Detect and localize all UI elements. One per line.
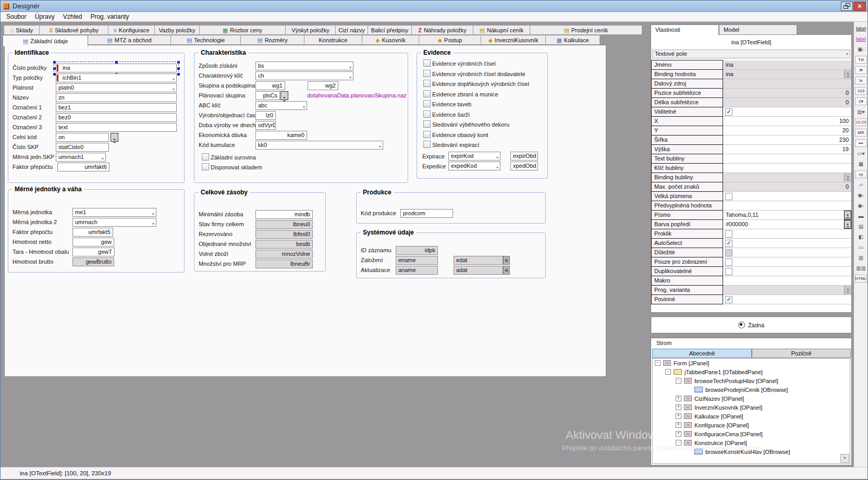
tab-kusovnik[interactable]: Kusovník: [362, 35, 419, 45]
evidence-checkbox[interactable]: [423, 131, 431, 138]
checkbox[interactable]: [725, 230, 732, 238]
expander-icon[interactable]: +: [676, 422, 681, 428]
kod-produkce-field[interactable]: prodcom: [400, 209, 453, 218]
numberfield-icon[interactable]: 123: [855, 87, 867, 95]
prop-value[interactable]: [723, 248, 851, 257]
evidence-checkbox[interactable]: [423, 120, 431, 128]
prop-value[interactable]: [723, 267, 851, 276]
checkbox[interactable]: [725, 240, 732, 247]
prop-value[interactable]: 0: [723, 89, 851, 98]
folder-tool-icon[interactable]: ▱: [855, 181, 867, 189]
tree-node[interactable]: -jTabbedPane1 [OTabbedPane]: [653, 367, 850, 376]
prop-value[interactable]: [723, 229, 851, 239]
merna-jedn-skp-combo[interactable]: umrnach1: [56, 153, 106, 162]
tab-inverzni-kusovnik[interactable]: InverzniKusovník: [481, 35, 546, 45]
combobox-icon[interactable]: ▭▾: [855, 150, 867, 157]
evidence-checkbox[interactable]: [423, 90, 431, 97]
component-type-dropdown[interactable]: Textové pole: [652, 50, 850, 58]
evidence-checkbox[interactable]: [423, 141, 431, 148]
radiobutton-icon[interactable]: ◉-: [855, 202, 867, 210]
restore-button[interactable]: [841, 2, 853, 11]
tree-node[interactable]: browseKonstrKusHlav [OBrowse]: [653, 447, 850, 456]
podskupina-field[interactable]: wg2: [308, 81, 338, 90]
cislo-skp-field[interactable]: statCislo0: [56, 143, 109, 152]
evidence-checkbox[interactable]: [423, 80, 431, 87]
prop-value[interactable]: [723, 257, 851, 267]
celni-kod-field[interactable]: on: [56, 133, 109, 142]
tab-rozmery[interactable]: Rozměry: [240, 35, 304, 45]
disponovat-skladem-checkbox[interactable]: [202, 163, 209, 170]
checkbox[interactable]: [725, 296, 732, 303]
textarea-icon[interactable]: tx: [855, 77, 867, 84]
checkbox[interactable]: [725, 259, 732, 266]
tree-node[interactable]: +xyKonfiguraceCena [OPanel]: [653, 429, 850, 438]
expander-icon[interactable]: -: [676, 440, 681, 446]
prop-value[interactable]: [723, 107, 851, 117]
expander-icon[interactable]: +: [676, 396, 681, 401]
table-combo-icon[interactable]: ▤▾: [855, 108, 867, 116]
zakladni-surovina-checkbox[interactable]: [202, 153, 209, 161]
prop-value[interactable]: ina: [723, 60, 851, 70]
prop-value[interactable]: [723, 173, 851, 182]
tree-node[interactable]: +xyInverzníKusovník [OPanel]: [653, 403, 850, 412]
zpusob-ziskani-combo[interactable]: bs: [255, 61, 353, 70]
list-tool-icon[interactable]: ▤: [855, 223, 867, 230]
faktor-prepoctu-field[interactable]: umrfakt6: [57, 163, 109, 171]
tree-node[interactable]: browseProdejniCenik [OBrowse]: [653, 385, 850, 394]
xy-panel-icon[interactable]: xy: [855, 170, 867, 178]
skupina-field[interactable]: wg1: [255, 81, 285, 90]
expander-icon[interactable]: +: [676, 413, 681, 419]
platnost-combo[interactable]: platn0: [56, 83, 177, 92]
tree-node[interactable]: +xyCiziNazev [OPanel]: [653, 394, 850, 403]
charakterovy-klic-combo[interactable]: ch: [255, 71, 353, 80]
prop-value[interactable]: [723, 154, 851, 164]
prop-value[interactable]: [723, 164, 851, 173]
prop-value[interactable]: 0: [723, 98, 851, 107]
tab-konstrukce[interactable]: Konstrukce: [304, 35, 362, 45]
oznaceni3-field[interactable]: text: [56, 123, 177, 132]
tab-balici-predpisy[interactable]: Balicí předpisy: [368, 25, 412, 35]
expedice-combo[interactable]: expedKod: [448, 162, 500, 170]
expedice-obdobi-field[interactable]: xpedObd: [510, 162, 538, 170]
prop-value[interactable]: [723, 201, 851, 211]
radiogroup-icon[interactable]: ◉-: [855, 191, 867, 199]
prop-value[interactable]: [723, 295, 851, 304]
ekonomicka-davka-field[interactable]: kame0: [255, 131, 307, 140]
expirace-obdobi-field[interactable]: expirObd: [510, 152, 538, 161]
tree-node[interactable]: +xyKalkulace [OPanel]: [653, 412, 850, 421]
tab-technologie[interactable]: Technologie: [170, 35, 241, 45]
split-table-icon[interactable]: ▥▥: [855, 264, 867, 272]
tab-prodejni-cenik[interactable]: Prodejní ceník: [530, 25, 642, 35]
tab-mtz-a-obchod[interactable]: MTZ a obchod: [88, 35, 171, 45]
cislo-polozky-field[interactable]: ina: [56, 64, 177, 72]
tree-node[interactable]: -xybrowseTechPostupHlav [OPanel]: [653, 376, 850, 385]
typ-polozky-combo[interactable]: ichBin1: [56, 73, 177, 82]
tara-field[interactable]: gewT: [72, 248, 115, 256]
tab-pozicne[interactable]: Pozičně: [752, 349, 851, 358]
html-tool-icon[interactable]: HTML: [855, 275, 867, 282]
tab-sklady[interactable]: Sklady: [4, 25, 40, 35]
tree-node[interactable]: -xyForm [JPanel]: [653, 359, 850, 367]
tab-vlastnosti[interactable]: Vlastnosti: [651, 24, 719, 35]
memory-field-icon[interactable]: MR: [855, 129, 867, 137]
merna-jednotka-combo[interactable]: me1: [72, 208, 156, 217]
lookup-button[interactable]: [111, 133, 118, 142]
minimalni-zasoba-field[interactable]: mindb: [255, 210, 313, 219]
prop-value[interactable]: [723, 79, 851, 89]
checkbox[interactable]: [725, 249, 732, 256]
tab-vazby-polozky[interactable]: Vazby položky: [154, 25, 200, 35]
prop-value[interactable]: [723, 286, 851, 295]
label-icon[interactable]: label: [855, 24, 867, 32]
prop-value[interactable]: Tahoma,0,11: [723, 211, 851, 220]
hmotnost-netto-field[interactable]: gew: [72, 238, 114, 247]
prop-value[interactable]: 20: [723, 126, 851, 136]
text-combo-icon[interactable]: t▾: [855, 66, 867, 74]
label-magenta-icon[interactable]: label: [855, 35, 867, 43]
evidence-checkbox[interactable]: [423, 110, 431, 118]
doba-vyroby-field[interactable]: odVyrD: [255, 121, 276, 130]
faktor-prepoctu2-field[interactable]: umrfakt5: [72, 228, 113, 237]
password-field-icon[interactable]: ▪▪▪: [855, 139, 867, 147]
prop-value[interactable]: [723, 276, 851, 286]
font-picker-button[interactable]: [844, 211, 851, 219]
table-tool-icon[interactable]: ▥: [855, 254, 867, 262]
